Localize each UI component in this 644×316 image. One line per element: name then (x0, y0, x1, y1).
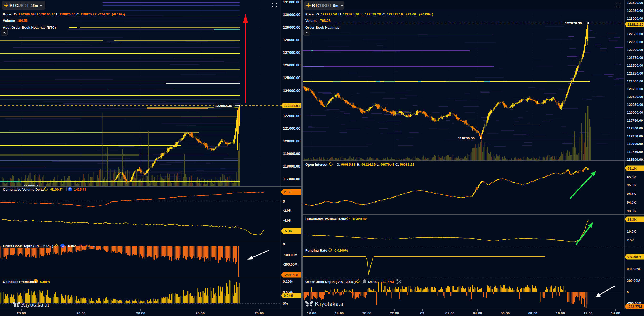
svg-text:15m: 15m (31, 4, 38, 8)
svg-text:-232.77M: -232.77M (379, 280, 394, 284)
svg-text:-200.00M: -200.00M (283, 262, 297, 266)
svg-text:Delta:: Delta: (368, 280, 378, 284)
svg-text:120100.09: 120100.09 (18, 12, 34, 16)
svg-text:2.0K: 2.0K (284, 190, 291, 194)
svg-text:20:00: 20:00 (136, 311, 145, 315)
svg-text:10.0K: 10.0K (627, 230, 636, 234)
svg-text:BTC: BTC (9, 3, 18, 8)
svg-text:122811.10: 122811.10 (387, 12, 403, 16)
svg-text:Cumulative Volume Delta: Cumulative Volume Delta (305, 217, 346, 221)
svg-text:120500.00: 120500.00 (627, 95, 643, 99)
svg-text:119000.00: 119000.00 (283, 152, 300, 156)
svg-text:0: 0 (627, 290, 629, 294)
svg-text:0.08%: 0.08% (40, 280, 50, 284)
svg-text:122811.10: 122811.10 (627, 23, 643, 27)
svg-text:119750.00: 119750.00 (627, 118, 643, 122)
svg-text:USDT: USDT (320, 3, 332, 8)
svg-text:Open Interest: Open Interest (305, 163, 327, 167)
svg-text:-2.0K: -2.0K (283, 209, 291, 213)
svg-text:C:: C: (76, 12, 80, 16)
svg-text:119820.00: 119820.00 (59, 12, 75, 16)
svg-text:119875.72: 119875.72 (80, 12, 97, 16)
svg-text:08:00: 08:00 (528, 311, 537, 315)
svg-text:C:: C: (395, 163, 399, 167)
svg-text:118000.00: 118000.00 (283, 164, 300, 168)
svg-text:18:00: 18:00 (335, 311, 344, 315)
svg-text:127000.00: 127000.00 (283, 50, 300, 55)
svg-text:Order Book Depth ( 0% - 2.5% ): Order Book Depth ( 0% - 2.5% ) (305, 280, 356, 284)
svg-text:125000.00: 125000.00 (283, 76, 300, 80)
svg-text:7.5K: 7.5K (627, 238, 634, 242)
svg-text:Funding Rate: Funding Rate (305, 248, 327, 252)
svg-text:13423.82: 13423.82 (352, 217, 367, 221)
svg-text:122500.00: 122500.00 (627, 32, 643, 36)
svg-text:763.08: 763.08 (320, 19, 331, 23)
svg-text:126000.00: 126000.00 (283, 63, 300, 67)
svg-text:96124.36: 96124.36 (361, 163, 376, 167)
svg-text:O:: O: (14, 12, 18, 16)
svg-text:L:: L: (361, 12, 364, 16)
svg-text:22:00: 22:00 (390, 311, 399, 315)
svg-text:H:: H: (35, 12, 39, 16)
svg-text:Volume: Volume (305, 19, 317, 23)
svg-text:120100.10: 120100.10 (39, 12, 55, 16)
svg-text:Price: Price (305, 12, 314, 16)
svg-text:0: 0 (283, 242, 285, 246)
svg-text:+93.60: +93.60 (405, 12, 416, 16)
svg-text:121000.00: 121000.00 (283, 126, 300, 131)
svg-text:129000.00: 129000.00 (283, 25, 300, 29)
svg-text:Price: Price (3, 12, 11, 16)
svg-text:∞: ∞ (93, 244, 95, 248)
svg-text:04:00: 04:00 (473, 311, 482, 315)
svg-text:123500.00: 123500.00 (627, 1, 643, 5)
svg-text:H:: H: (357, 163, 361, 167)
svg-text:0.04%: 0.04% (284, 294, 293, 298)
svg-text:20:00: 20:00 (196, 311, 205, 315)
svg-text:119000.00: 119000.00 (627, 142, 643, 146)
svg-text:94.0K: 94.0K (627, 200, 636, 204)
svg-text:O:: O: (316, 12, 320, 16)
svg-text:164.56: 164.56 (17, 19, 28, 23)
svg-text:-4.0K: -4.0K (283, 219, 291, 222)
svg-text:L:: L: (56, 12, 59, 16)
svg-text:122879.30: 122879.30 (565, 21, 582, 25)
svg-text:120000.00: 120000.00 (283, 139, 300, 143)
svg-text:119500.00: 119500.00 (627, 126, 643, 130)
svg-text:Order Book Heatmap: Order Book Heatmap (305, 25, 339, 29)
svg-text:03: 03 (420, 311, 424, 315)
svg-text:93.5K: 93.5K (627, 209, 636, 213)
svg-text:5m: 5m (333, 4, 338, 8)
svg-text:02:00: 02:00 (445, 311, 455, 315)
svg-text:-100.00M: -100.00M (283, 253, 297, 257)
svg-text:1425.73: 1425.73 (74, 188, 86, 191)
svg-text:13.3K: 13.3K (627, 217, 637, 221)
svg-text:14:00: 14:00 (611, 311, 620, 315)
svg-text:Agg. Order Book Heatmap (BTC): Agg. Order Book Heatmap (BTC) (3, 25, 56, 29)
svg-text:95.0K: 95.0K (627, 183, 636, 187)
svg-text:128000.00: 128000.00 (283, 38, 300, 42)
svg-text:124000.00: 124000.00 (283, 89, 300, 93)
svg-text:06:00: 06:00 (501, 311, 510, 315)
svg-text:L:: L: (377, 163, 380, 167)
svg-text:120000.00: 120000.00 (627, 111, 643, 115)
svg-text:95.5K: 95.5K (627, 175, 636, 179)
svg-text:-232.77M: -232.77M (627, 305, 642, 309)
svg-text:123000.00: 123000.00 (627, 17, 643, 20)
svg-text:C: C (69, 188, 71, 191)
svg-text:0.10%: 0.10% (283, 279, 293, 283)
svg-text:Kiyotaka.ai: Kiyotaka.ai (21, 301, 49, 308)
svg-text:-289.89M: -289.89M (284, 273, 298, 277)
svg-text:20:00: 20:00 (17, 311, 26, 315)
svg-text:121500.00: 121500.00 (627, 64, 643, 68)
svg-text:120250.00: 120250.00 (627, 103, 643, 107)
svg-text:Delta:: Delta: (67, 244, 76, 248)
svg-text:Coinbase Premium: Coinbase Premium (3, 280, 34, 284)
svg-text:-5100.74: -5100.74 (50, 188, 64, 191)
svg-text:(+0.08%): (+0.08%) (419, 12, 433, 16)
svg-text:118500.00: 118500.00 (627, 158, 643, 162)
svg-text:122250.00: 122250.00 (627, 40, 643, 44)
svg-text:20:00: 20:00 (77, 311, 86, 315)
svg-text:0: 0 (283, 199, 285, 203)
svg-text:(-0.19%): (-0.19%) (112, 12, 125, 16)
svg-text:0%: 0% (283, 302, 288, 305)
